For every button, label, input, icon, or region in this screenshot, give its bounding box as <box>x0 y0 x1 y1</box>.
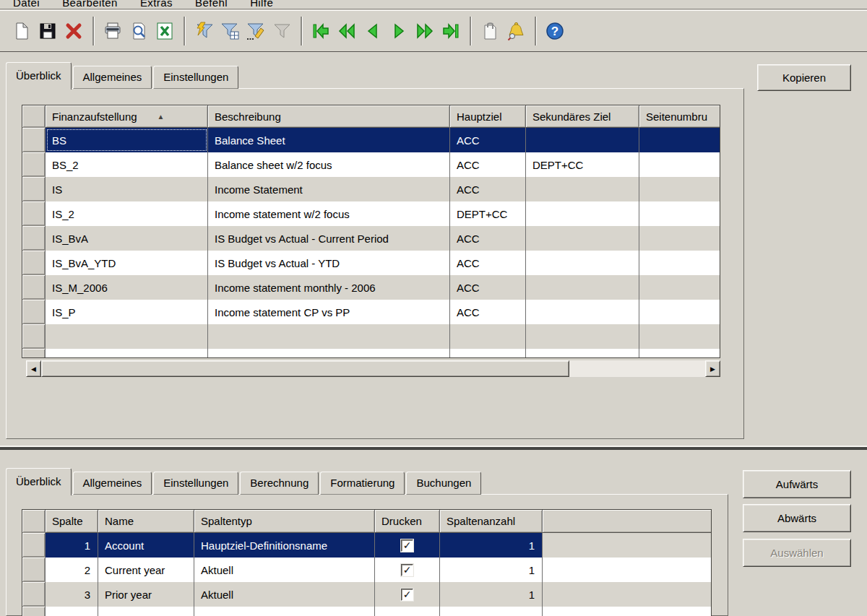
previous-record-button[interactable] <box>360 17 386 45</box>
cell-sekundaeres-ziel[interactable] <box>526 201 639 226</box>
tab2-formatierung[interactable]: Formatierung <box>320 472 405 495</box>
cell-seitenumbruch[interactable] <box>639 300 720 324</box>
section-splitter[interactable] <box>0 446 867 450</box>
cell-hauptziel[interactable]: ACC <box>450 128 526 152</box>
tab2-buchungen[interactable]: Buchungen <box>406 472 481 495</box>
cell-beschreibung[interactable]: IS Budget vs Actual - Current Period <box>208 226 450 251</box>
tab2-ueberblick[interactable]: Überblick <box>6 468 72 495</box>
first-record-button[interactable] <box>308 17 334 45</box>
row-selector[interactable] <box>22 349 46 358</box>
menu-item-bearbeiten[interactable]: Bearbeiten <box>62 0 118 9</box>
help-button[interactable]: ? <box>542 17 568 45</box>
alerts-button[interactable] <box>503 17 529 45</box>
cell-seitenumbruch[interactable] <box>639 201 720 226</box>
cell-spalte[interactable]: 3 <box>46 582 98 607</box>
aufwaerts-button[interactable]: Aufwärts <box>743 470 851 498</box>
cell-spaltenanzahl[interactable]: 1 <box>440 533 543 558</box>
row-selector[interactable] <box>22 324 46 349</box>
menu-item-datei[interactable]: Datei <box>13 0 40 9</box>
cell-spaltentyp[interactable]: Aktuell <box>194 582 375 607</box>
table-row[interactable]: 1 Account Hauptziel-Definitionsname ✓ 1 <box>22 533 711 558</box>
previous-page-button[interactable] <box>334 17 360 45</box>
tab-einstellungen[interactable]: Einstellungen <box>153 66 238 89</box>
cell-beschreibung[interactable]: IS Budget vs Actual - YTD <box>208 251 450 275</box>
print-button[interactable] <box>100 17 126 45</box>
cell-name[interactable]: Current year <box>98 558 194 582</box>
table-row[interactable]: BS_2 Balance sheet w/2 focus ACC DEPT+CC <box>22 152 720 177</box>
cell-spalte[interactable]: 1 <box>46 533 98 558</box>
column-header-drucken[interactable]: Drucken <box>375 510 440 533</box>
scrollbar-thumb[interactable] <box>41 360 569 377</box>
column-header-name[interactable]: Name <box>98 510 194 533</box>
cell-finanzaufstellung[interactable]: IS_BvA_YTD <box>46 251 208 275</box>
row-selector[interactable] <box>22 226 46 251</box>
tab2-einstellungen[interactable]: Einstellungen <box>153 472 238 495</box>
next-page-button[interactable] <box>412 17 438 45</box>
cell-beschreibung[interactable]: Income Statement <box>208 177 450 201</box>
tab2-berechnung[interactable]: Berechnung <box>240 472 319 495</box>
column-header-finanzaufstellung[interactable]: Finanzaufstellung ▲ <box>46 105 208 128</box>
table-row[interactable]: IS_2 Income statement w/2 focus DEPT+CC <box>22 201 720 226</box>
table-row[interactable]: 3 Prior year Aktuell ✓ 1 <box>22 582 711 607</box>
cell-finanzaufstellung[interactable]: IS_BvA <box>46 226 208 251</box>
row-selector[interactable] <box>22 128 46 152</box>
filter-by-grid-button[interactable] <box>217 17 243 45</box>
cell-spaltenanzahl[interactable]: 1 <box>440 582 543 607</box>
scroll-right-button[interactable]: ▶ <box>705 360 720 377</box>
menu-item-befehl[interactable]: Befehl <box>195 0 228 9</box>
cell-seitenumbruch[interactable] <box>639 177 720 201</box>
table-row[interactable]: IS_BvA_YTD IS Budget vs Actual - YTD ACC <box>22 251 720 275</box>
row-selector[interactable] <box>22 558 46 582</box>
cell-beschreibung[interactable]: Income statement CP vs PP <box>208 300 450 324</box>
table-row[interactable]: 2 Current year Aktuell ✓ 1 <box>22 558 711 582</box>
cell-finanzaufstellung[interactable]: IS <box>46 177 208 201</box>
cell-hauptziel[interactable]: DEPT+CC <box>450 201 526 226</box>
column-header-seitenumbruch[interactable]: Seitenumbru <box>639 105 720 128</box>
table-row[interactable]: IS_M_2006 Income statement monthly - 200… <box>22 275 720 300</box>
cell-sekundaeres-ziel[interactable] <box>526 251 639 275</box>
row-selector[interactable] <box>22 533 46 558</box>
save-button[interactable] <box>35 17 61 45</box>
table-row[interactable]: IS Income Statement ACC <box>22 177 720 201</box>
cell-spaltentyp[interactable]: Aktuell <box>194 558 375 582</box>
cell-spaltenanzahl[interactable]: 1 <box>440 558 543 582</box>
scroll-left-button[interactable]: ◀ <box>26 360 41 377</box>
cell-name[interactable]: Account <box>98 533 194 558</box>
cell-name[interactable]: Prior year <box>98 582 194 607</box>
column-header-beschreibung[interactable]: Beschreibung <box>208 105 450 128</box>
row-selector[interactable] <box>22 582 46 607</box>
advanced-filter-button[interactable] <box>243 17 269 45</box>
menu-item-extras[interactable]: Extras <box>140 0 173 9</box>
column-header-spaltenanzahl[interactable]: Spaltenanzahl <box>440 510 543 533</box>
cell-hauptziel[interactable]: ACC <box>450 300 526 324</box>
row-selector[interactable] <box>22 177 46 201</box>
cell-seitenumbruch[interactable] <box>639 152 720 177</box>
cell-sekundaeres-ziel[interactable]: DEPT+CC <box>526 152 639 177</box>
column-header-spalte[interactable]: Spalte <box>46 510 98 533</box>
export-excel-button[interactable] <box>152 17 178 45</box>
cell-sekundaeres-ziel[interactable] <box>526 226 639 251</box>
tab-ueberblick[interactable]: Überblick <box>6 62 72 90</box>
cell-beschreibung[interactable]: Balance Sheet <box>208 128 450 152</box>
cell-beschreibung[interactable]: Balance sheet w/2 focus <box>208 152 450 177</box>
cell-seitenumbruch[interactable] <box>639 128 720 152</box>
row-selector[interactable] <box>22 300 46 324</box>
cell-finanzaufstellung[interactable]: IS_M_2006 <box>46 275 208 300</box>
tab-allgemeines[interactable]: Allgemeines <box>73 66 152 89</box>
column-header-sekundaeres-ziel[interactable]: Sekundäres Ziel <box>526 105 639 128</box>
cell-sekundaeres-ziel[interactable] <box>526 275 639 300</box>
kopieren-button[interactable]: Kopieren <box>757 64 851 91</box>
cell-spalte[interactable]: 2 <box>46 558 98 582</box>
last-record-button[interactable] <box>438 17 464 45</box>
cell-hauptziel[interactable]: ACC <box>450 226 526 251</box>
cell-finanzaufstellung[interactable]: IS_2 <box>46 201 208 226</box>
cell-sekundaeres-ziel[interactable] <box>526 300 639 324</box>
cell-hauptziel[interactable]: ACC <box>450 152 526 177</box>
drucken-checkbox[interactable]: ✓ <box>401 564 413 576</box>
table-row[interactable]: IS_BvA IS Budget vs Actual - Current Per… <box>22 226 720 251</box>
cell-seitenumbruch[interactable] <box>639 275 720 300</box>
tab2-allgemeines[interactable]: Allgemeines <box>73 472 152 495</box>
column-header-spaltentyp[interactable]: Spaltentyp <box>194 510 375 533</box>
next-record-button[interactable] <box>386 17 412 45</box>
row-selector[interactable] <box>22 275 46 300</box>
